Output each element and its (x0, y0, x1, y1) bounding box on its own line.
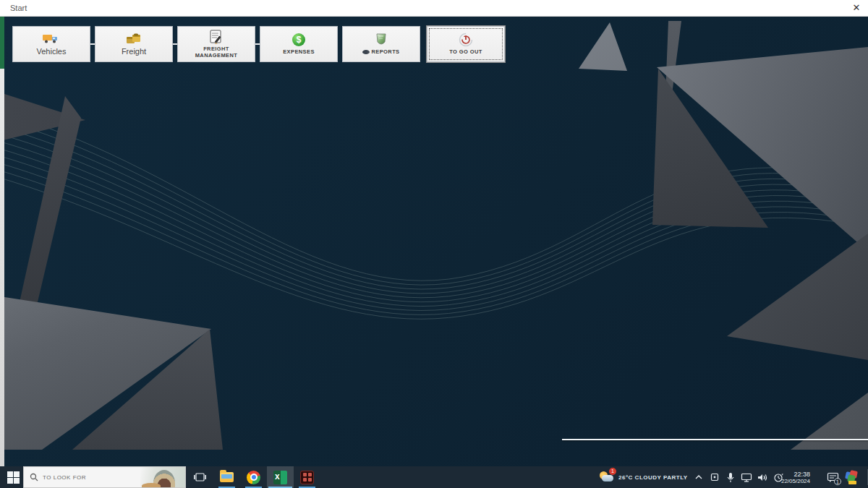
display-network-icon[interactable] (741, 471, 752, 483)
file-explorer-icon (220, 472, 234, 482)
expenses-button[interactable]: $ EXPENSES (260, 26, 338, 62)
weather-icon: 1 (599, 470, 615, 484)
close-icon[interactable]: ✕ (849, 1, 864, 14)
search-icon (30, 473, 38, 481)
search-highlight-image[interactable] (140, 467, 185, 488)
microphone-icon[interactable] (725, 471, 736, 483)
taskbar: TO LOOK FOR x (0, 466, 868, 488)
form-titlebar: Start ✕ (0, 0, 868, 17)
file-explorer-button[interactable] (213, 466, 240, 488)
red-grid-app-icon (300, 471, 314, 484)
window-edge-strip (0, 69, 4, 466)
excel-edge-strip (0, 17, 4, 69)
taskbar-app-icons: x (187, 466, 320, 488)
excel-icon: x (273, 471, 287, 484)
button-label: REPORTS (362, 48, 399, 55)
notification-badge: 1 (834, 478, 841, 485)
taskbar-search[interactable]: TO LOOK FOR (23, 466, 186, 488)
button-label: Freight (122, 47, 146, 57)
desktop-screen: Start ✕ Vehicles Freight FREIGHT MANAGEM… (0, 0, 868, 488)
truck-icon (42, 31, 61, 46)
clock-time: 22:38 (793, 471, 810, 478)
binoculars-icon (362, 50, 370, 54)
clock-date: 22/05/2024 (781, 478, 810, 484)
weather-badge: 1 (609, 468, 616, 475)
wallpaper-horizontal-line (562, 439, 868, 440)
window-title: Start (10, 4, 27, 12)
action-center-button[interactable]: 1 (823, 466, 842, 488)
chrome-button[interactable] (240, 466, 267, 488)
button-label: EXPENSES (283, 48, 315, 55)
hidden-icons-chevron[interactable] (693, 471, 705, 483)
desktop-wallpaper (0, 17, 868, 466)
taskbar-clock[interactable]: 22:38 22/05/2024 (780, 466, 810, 488)
button-label: Vehicles (37, 47, 67, 57)
reports-button[interactable]: REPORTS (342, 26, 420, 62)
to-go-out-button[interactable]: TO GO OUT (427, 26, 505, 62)
menu-button-row: Vehicles Freight FREIGHT MANAGEMENT $ EX… (12, 26, 505, 62)
dollar-coin-icon: $ (289, 33, 308, 47)
start-button[interactable] (3, 466, 23, 488)
weather-label: 26°C CLOUDY PARTLY (618, 474, 688, 481)
cargo-boxes-icon (124, 31, 143, 46)
button-label: TO GO OUT (449, 48, 482, 55)
colorful-app-icon (846, 471, 859, 484)
power-icon (456, 33, 475, 47)
freight-management-button[interactable]: FREIGHT MANAGEMENT (177, 26, 255, 62)
freight-button[interactable]: Freight (95, 26, 173, 62)
system-tray (693, 466, 784, 488)
report-shield-icon (372, 33, 391, 47)
vehicles-button[interactable]: Vehicles (12, 26, 90, 62)
colorful-app-button[interactable] (843, 466, 861, 488)
chrome-icon (247, 471, 260, 484)
red-grid-app-button[interactable] (294, 466, 320, 488)
button-label: FREIGHT MANAGEMENT (183, 46, 250, 59)
capture-icon[interactable] (709, 471, 720, 483)
windows-logo-icon (7, 471, 20, 484)
search-placeholder: TO LOOK FOR (43, 474, 86, 481)
task-view-button[interactable] (187, 466, 213, 488)
task-view-icon (194, 472, 206, 482)
document-edit-icon (207, 30, 226, 44)
volume-icon[interactable] (757, 471, 768, 483)
excel-button[interactable]: x (267, 466, 294, 488)
taskbar-weather-widget[interactable]: 1 26°C CLOUDY PARTLY (599, 466, 688, 488)
